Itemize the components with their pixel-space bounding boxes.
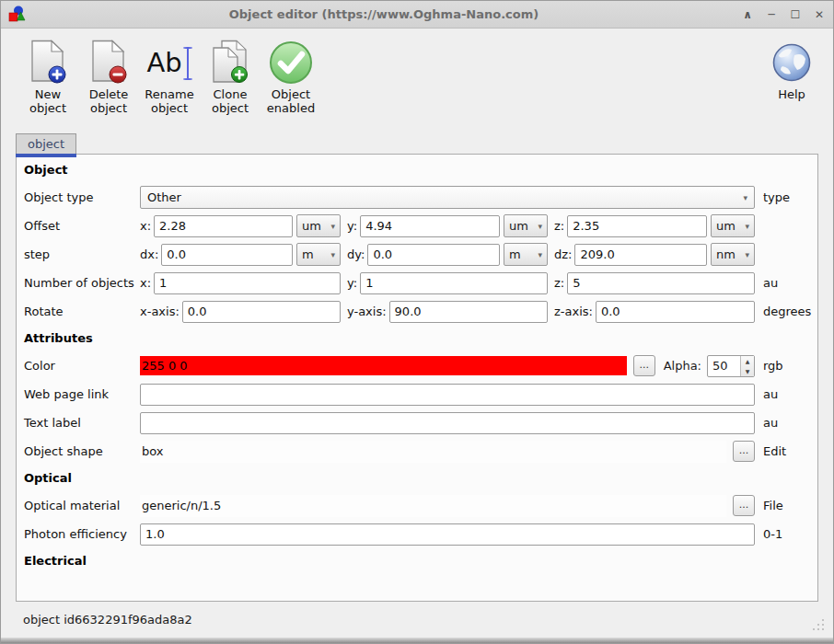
spin-down-icon[interactable]: ▼ [741,366,754,376]
delete-object-button[interactable]: Delete object [78,36,139,115]
object-enabled-button[interactable]: Object enabled [261,36,321,115]
row-step: step dx: m ▾ dy: m ▾ [17,240,817,269]
rotate-label: Rotate [24,305,140,318]
object-shape-value: box [140,441,726,463]
minimize-button[interactable]: ─ [765,8,778,21]
step-dy-unit-select[interactable]: m ▾ [504,243,548,266]
toolbar: New object Delete object Ab Rena [1,29,833,132]
tab-accent-bar [16,154,76,157]
object-type-select[interactable]: Other ▾ [140,186,755,209]
web-page-link-label: Web page link [24,387,140,401]
row-web-page-link: Web page link au [17,380,817,408]
row-rotate: Rotate x-axis: y-axis: z-axis: degrees [17,297,817,326]
step-dz-label: dz: [554,247,572,261]
text-label-unit: au [755,416,812,430]
offset-z-input[interactable] [567,215,707,237]
number-of-objects-unit: au [755,276,812,290]
text-label-input[interactable] [140,412,755,434]
new-object-button[interactable]: New object [17,36,78,115]
rotate-x-input[interactable] [182,301,341,323]
offset-y-unit-value: um [509,219,528,233]
row-number-of-objects: Number of objects x: y: z: au [17,269,817,297]
section-electrical: Electrical [17,548,817,574]
globe-icon [771,38,812,87]
delete-object-label-1: Delete [89,87,129,101]
spinner-arrows[interactable]: ▲ ▼ [740,356,754,376]
offset-label: Offset [24,219,140,233]
chevron-down-icon: ▾ [745,250,749,259]
chevron-down-icon: ▾ [745,222,749,231]
alpha-spinbox[interactable]: 50 ▲ ▼ [707,355,755,377]
offset-y-unit-select[interactable]: um ▾ [504,214,548,237]
rotate-y-label: y-axis: [347,305,387,318]
text-cursor-icon: Ab [146,38,191,87]
section-attributes: Attributes [17,326,817,351]
offset-z-unit-select[interactable]: um ▾ [711,214,755,237]
object-editor-panel: Object Object type Other ▾ type Offset x… [16,154,818,602]
color-unit: rgb [755,359,812,373]
object-enabled-label-2: enabled [267,101,315,115]
new-object-label-1: New [35,87,61,101]
statusbar: object id6632291f96ada8a2 [1,602,833,638]
alpha-value: 50 [708,356,740,376]
offset-x-label: x: [140,219,151,233]
tab-object[interactable]: object [16,133,76,154]
status-text: object id6632291f96ada8a2 [23,613,192,627]
offset-y-input[interactable] [360,215,500,237]
spin-up-icon[interactable]: ▲ [741,356,754,366]
offset-z-label: z: [554,219,564,233]
optical-material-label: Optical material [24,499,140,512]
rename-object-label-2: object [151,101,188,115]
tabstrip: object [1,132,833,154]
window-bottom-edge [1,638,833,643]
count-z-input[interactable] [567,272,755,294]
count-z-label: z: [554,276,564,290]
color-swatch[interactable]: 255 0 0 [140,356,627,375]
titlebar[interactable]: Object editor (https://www.Oghma-Nano.co… [1,1,833,29]
step-dy-unit-value: m [509,247,521,261]
web-page-link-input[interactable] [140,384,755,406]
rename-object-button[interactable]: Ab Rename object [139,36,200,115]
offset-x-unit-select[interactable]: um ▾ [296,214,341,237]
object-shape-label: Object shape [24,444,140,458]
rotate-y-input[interactable] [389,301,548,323]
clone-object-button[interactable]: Clone object [200,36,261,115]
optical-material-unit: File [755,499,812,512]
maximize-button[interactable]: ☐ [789,8,802,21]
step-dx-unit-value: m [302,247,314,261]
shade-button[interactable]: ∧ [741,8,754,21]
row-object-type: Object type Other ▾ type [17,183,817,212]
section-object: Object [17,157,817,183]
step-dz-input[interactable] [574,244,707,266]
count-y-input[interactable] [360,272,548,294]
step-dx-input[interactable] [161,244,293,266]
chevron-down-icon: ▾ [538,222,542,231]
color-label: Color [24,359,140,373]
step-dz-unit-select[interactable]: nm ▾ [711,243,755,266]
clone-object-label-1: Clone [214,87,248,101]
help-label: Help [778,87,805,101]
row-offset: Offset x: um ▾ y: um ▾ [17,212,817,240]
object-type-value: Other [147,190,181,204]
offset-x-unit-value: um [302,219,321,233]
close-button[interactable]: ✕ [813,8,826,21]
photon-efficiency-input[interactable] [140,523,755,546]
document-plus-icon [28,38,68,87]
help-button[interactable]: Help [761,36,822,101]
rotate-unit: degrees [755,305,812,318]
clone-object-label-2: object [212,101,249,115]
object-shape-browse-button[interactable]: ... [733,441,755,462]
resize-grip[interactable] [810,616,824,630]
step-dx-unit-select[interactable]: m ▾ [296,243,341,266]
object-enabled-label-1: Object [272,87,310,101]
offset-x-input[interactable] [154,215,293,237]
optical-material-browse-button[interactable]: ... [733,495,755,516]
optical-material-value: generic/n/1.5 [140,495,726,517]
chevron-down-icon: ▾ [743,193,747,202]
color-browse-button[interactable]: ... [633,355,655,376]
rotate-z-input[interactable] [596,301,755,323]
step-dy-input[interactable] [367,244,500,266]
document-minus-icon [88,38,129,87]
count-x-input[interactable] [154,272,341,294]
step-dz-unit-value: nm [716,247,736,261]
